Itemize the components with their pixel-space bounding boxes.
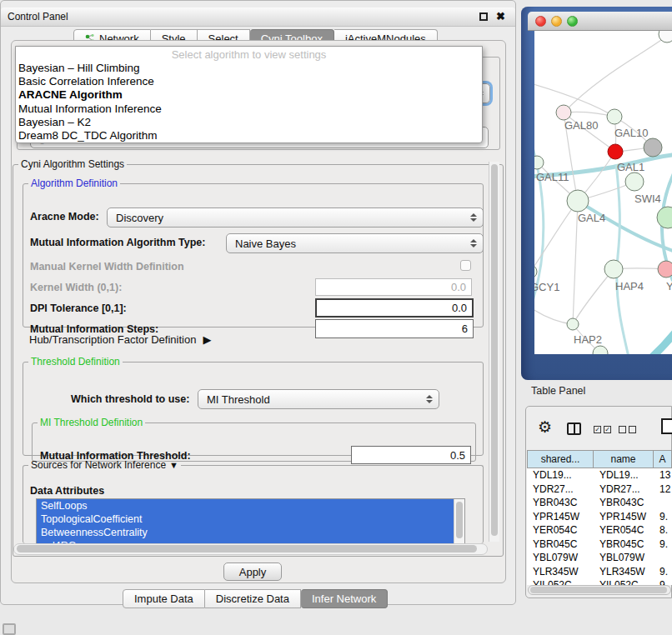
collapsed-arrow-icon[interactable]: ▶ xyxy=(203,333,211,346)
unchecked-box-icon xyxy=(619,426,626,433)
cell: YDR27... xyxy=(527,482,594,497)
node-green-right[interactable] xyxy=(657,207,672,228)
select-all-checkboxes-icon[interactable]: ✓ ✓ xyxy=(594,426,611,433)
clear-checkboxes-icon[interactable] xyxy=(619,426,636,433)
close-icon[interactable]: ✖ xyxy=(496,12,505,21)
list-item-selected[interactable]: SelfLoops xyxy=(37,499,454,512)
cell: YER054C xyxy=(594,523,654,538)
mi-steps-field[interactable]: 6 xyxy=(315,319,474,338)
cell: YIL052C xyxy=(594,578,654,585)
split-columns-icon[interactable] xyxy=(567,422,581,435)
table-row[interactable]: YPR145WYPR145W9. xyxy=(527,510,672,524)
cell: 9. xyxy=(654,538,672,552)
settings-vertical-scrollbar[interactable] xyxy=(489,162,499,542)
float-window-icon[interactable] xyxy=(479,12,488,21)
cell xyxy=(654,551,672,565)
cell: YBR045C xyxy=(527,538,594,552)
dropdown-hint: Select algorithm to view settings xyxy=(16,47,482,62)
cell: YBR043C xyxy=(527,496,594,510)
node-gray[interactable] xyxy=(644,138,662,157)
cell: YDL19... xyxy=(527,468,594,482)
mi-algorithm-type-combobox[interactable]: Naive Bayes xyxy=(226,233,484,253)
table-row[interactable]: YBR043CYBR043C xyxy=(527,496,672,510)
node-gal1-red[interactable] xyxy=(608,144,623,159)
dropdown-item[interactable]: Basic Correlation Inference xyxy=(16,75,482,88)
expanded-arrow-icon[interactable]: ▼ xyxy=(169,460,178,470)
dropdown-item[interactable]: Mutual Information Inference xyxy=(16,102,482,116)
column-header-name[interactable]: name xyxy=(594,451,654,468)
dropdown-item[interactable]: Dream8 DC_TDC Algorithm xyxy=(16,129,482,142)
cell: YBR045C xyxy=(594,538,654,552)
node-gcy1[interactable] xyxy=(534,265,537,278)
scrollbar-thumb[interactable] xyxy=(491,164,498,536)
new-document-icon[interactable] xyxy=(661,418,672,434)
node-gal11[interactable] xyxy=(534,156,544,169)
close-button[interactable] xyxy=(535,16,546,27)
checked-box-icon: ✓ xyxy=(594,426,601,433)
scrollbar-thumb[interactable] xyxy=(17,545,477,552)
zoom-button[interactable] xyxy=(567,16,578,27)
node-swi4[interactable] xyxy=(625,172,644,191)
cell: YLR345W xyxy=(527,565,594,579)
dpi-tolerance-label: DPI Tolerance [0,1]: xyxy=(30,302,127,314)
gear-icon[interactable]: ⚙ xyxy=(538,419,552,436)
minimize-button[interactable] xyxy=(551,16,562,27)
node-hap2[interactable] xyxy=(567,318,579,330)
tab-infer-network[interactable]: Infer Network xyxy=(301,589,388,608)
column-header-cut[interactable]: A xyxy=(654,451,672,468)
table-panel-title: Table Panel xyxy=(531,385,585,397)
node-label-gcy1: GCY1 xyxy=(534,281,559,293)
table-row[interactable]: YBR045CYBR045C9. xyxy=(527,538,672,552)
table-row[interactable]: YDL19...YDL19...13 xyxy=(527,468,672,482)
combo-arrows-icon xyxy=(426,395,433,403)
cell: YBL079W xyxy=(527,551,594,565)
hub-definition-expander[interactable]: Hub/Transcription Factor Definition ▶ xyxy=(29,333,211,346)
tab-discretize-data[interactable]: Discretize Data xyxy=(205,589,301,608)
node-bottom[interactable] xyxy=(593,346,608,354)
which-threshold-combobox[interactable]: MI Threshold xyxy=(198,389,439,409)
docked-panel-icon[interactable] xyxy=(3,623,16,635)
table-row[interactable]: YBL079WYBL079W xyxy=(527,551,672,565)
table-row[interactable]: YDR27...YDR27...12 xyxy=(527,482,672,497)
scrollbar-thumb[interactable] xyxy=(530,587,667,593)
settings-horizontal-scrollbar[interactable] xyxy=(13,543,488,555)
node-label-y-cut: Y xyxy=(666,280,672,292)
hub-definition-label: Hub/Transcription Factor Definition xyxy=(29,333,196,346)
node-label-swi4: SWI4 xyxy=(634,192,661,205)
node-label-hap4: HAP4 xyxy=(615,280,644,292)
scrollbar-thumb[interactable] xyxy=(456,502,463,538)
dropdown-item[interactable]: Bayesian – K2 xyxy=(16,116,482,129)
table-row[interactable]: YER054CYER054C8. xyxy=(527,523,672,538)
node-gal4[interactable] xyxy=(567,190,589,212)
network-view-window[interactable]: GAL80 GAL10 GAL11 GAL1 SWI4 GAL4 GCY1 HA… xyxy=(521,7,672,380)
list-item-selected[interactable]: BetweennessCentrality xyxy=(37,526,454,539)
table-header-row: shared... name A xyxy=(527,450,672,468)
kernel-width-field[interactable]: 0.0 xyxy=(315,278,472,296)
manual-kernel-checkbox[interactable] xyxy=(460,260,471,271)
node-label-gal80: GAL80 xyxy=(564,119,598,132)
network-canvas[interactable]: GAL80 GAL10 GAL11 GAL1 SWI4 GAL4 GCY1 HA… xyxy=(534,31,672,354)
table-row[interactable]: YLR345WYLR345W9. xyxy=(527,565,672,579)
tab-impute-data[interactable]: Impute Data xyxy=(123,589,205,608)
network-window-titlebar[interactable] xyxy=(528,12,672,31)
node-gal10[interactable] xyxy=(607,109,622,124)
dpi-tolerance-field[interactable]: 0.0 xyxy=(315,298,474,318)
group-title: Threshold Definition xyxy=(28,356,123,368)
which-threshold-label: Which threshold to use: xyxy=(71,393,189,405)
table-row[interactable]: YIL052CYIL052C9 xyxy=(527,578,672,585)
cell: 9 xyxy=(654,578,672,585)
aracne-mode-combobox[interactable]: Discovery xyxy=(107,208,484,228)
node-pink-right[interactable] xyxy=(658,261,672,278)
table-body: YDL19...YDL19...13 YDR27...YDR27...12 YB… xyxy=(527,468,672,585)
column-header-shared-name[interactable]: shared... xyxy=(527,451,594,468)
cell: YPR145W xyxy=(527,510,594,524)
table-horizontal-scrollbar[interactable] xyxy=(528,585,671,595)
node-hap4[interactable] xyxy=(604,260,623,278)
sources-group: Sources for Network Inference ▼ Data Att… xyxy=(23,459,484,543)
dropdown-item[interactable]: Bayesian – Hill Climbing xyxy=(16,62,482,75)
control-panel-titlebar: Control Panel ✖ xyxy=(1,8,515,27)
dropdown-item-selected[interactable]: ARACNE Algorithm xyxy=(16,88,482,102)
apply-button[interactable]: Apply xyxy=(223,562,282,581)
node-gal80[interactable] xyxy=(556,105,571,120)
list-item-selected[interactable]: TopologicalCoefficient xyxy=(37,512,454,526)
